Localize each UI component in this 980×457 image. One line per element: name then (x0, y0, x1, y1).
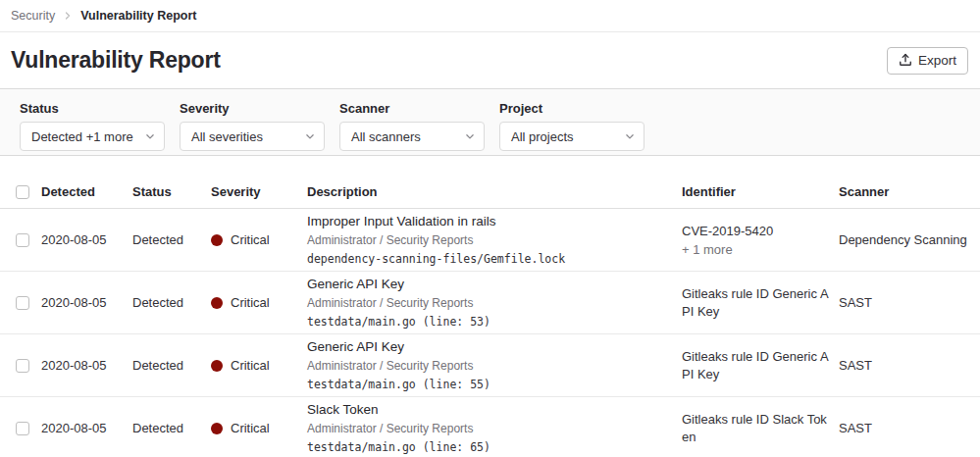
column-header-severity: Severity (211, 184, 307, 199)
identifier-primary: Gitleaks rule ID Slack Token (682, 411, 829, 445)
identifier-primary: Gitleaks rule ID Generic API Key (682, 285, 829, 320)
page-title: Vulnerability Report (11, 47, 221, 74)
vulnerability-title-link[interactable]: Generic API Key (307, 277, 672, 293)
vulnerability-table: Detected Status Severity Description Ide… (0, 156, 980, 457)
table-row: 2020-08-05 Detected Critical Generic API… (0, 334, 980, 397)
column-header-description: Description (307, 184, 682, 199)
vulnerability-location: testdata/main.go (line: 53) (307, 315, 672, 329)
scanner-label: SAST (839, 295, 980, 310)
breadcrumb-security[interactable]: Security (11, 9, 55, 23)
column-header-detected: Detected (41, 184, 132, 199)
filter-label-status: Status (20, 101, 165, 116)
identifier-more-link[interactable]: + 1 more (682, 242, 829, 257)
chevron-right-icon (64, 12, 72, 20)
status-label: Detected (132, 421, 211, 435)
table-row: 2020-08-05 Detected Critical Slack Token… (0, 397, 980, 457)
chevron-down-icon (305, 131, 315, 141)
row-checkbox[interactable] (16, 359, 29, 373)
vulnerability-project: Administrator / Security Reports (307, 422, 672, 436)
severity-critical-icon (211, 297, 223, 309)
column-header-identifier: Identifier (682, 184, 839, 199)
breadcrumb-current: Vulnerability Report (80, 9, 196, 23)
filter-label-scanner: Scanner (339, 101, 485, 116)
scanner-label: SAST (839, 358, 980, 373)
scanner-label: Dependency Scanning (839, 232, 980, 247)
project-filter-dropdown[interactable]: All projects (499, 122, 645, 151)
vulnerability-title-link[interactable]: Slack Token (307, 402, 672, 419)
page-header: Vulnerability Report Export (0, 32, 980, 88)
severity-filter-value: All severities (191, 129, 263, 144)
filter-label-project: Project (499, 101, 645, 116)
vulnerability-location: dependency-scanning-files/Gemfile.lock (307, 252, 672, 266)
detected-date: 2020-08-05 (41, 358, 132, 373)
status-label: Detected (132, 358, 211, 373)
filter-bar: Status Detected +1 more Severity All sev… (0, 88, 980, 156)
breadcrumb: Security Vulnerability Report (0, 0, 980, 32)
detected-date: 2020-08-05 (41, 295, 132, 310)
vulnerability-title-link[interactable]: Improper Input Validation in rails (307, 214, 672, 230)
vulnerability-title-link[interactable]: Generic API Key (307, 339, 672, 356)
severity-label: Critical (231, 295, 270, 310)
status-filter-value: Detected +1 more (31, 129, 133, 144)
column-header-status: Status (132, 184, 211, 199)
table-row: 2020-08-05 Detected Critical Improper In… (0, 209, 980, 272)
chevron-down-icon (145, 131, 155, 141)
identifier-primary: Gitleaks rule ID Generic API Key (682, 348, 829, 382)
export-button[interactable]: Export (887, 47, 968, 75)
filter-group-status: Status Detected +1 more (20, 101, 165, 155)
filter-group-project: Project All projects (499, 101, 645, 155)
row-checkbox[interactable] (16, 422, 29, 435)
chevron-down-icon (465, 131, 475, 141)
table-row: 2020-08-05 Detected Critical Generic API… (0, 272, 980, 334)
row-checkbox[interactable] (16, 296, 29, 310)
scanner-filter-dropdown[interactable]: All scanners (339, 122, 485, 151)
filter-group-scanner: Scanner All scanners (339, 101, 485, 155)
severity-critical-icon (211, 234, 223, 246)
severity-critical-icon (211, 423, 223, 434)
status-label: Detected (132, 295, 211, 310)
status-filter-dropdown[interactable]: Detected +1 more (20, 122, 165, 151)
severity-label: Critical (231, 358, 270, 373)
severity-filter-dropdown[interactable]: All severities (180, 122, 325, 151)
scanner-filter-value: All scanners (351, 129, 421, 144)
scanner-label: SAST (839, 421, 980, 435)
filter-group-severity: Severity All severities (180, 101, 325, 155)
severity-critical-icon (211, 360, 223, 372)
vulnerability-project: Administrator / Security Reports (307, 233, 672, 248)
detected-date: 2020-08-05 (41, 421, 132, 435)
row-checkbox[interactable] (16, 233, 29, 247)
upload-icon (899, 53, 912, 67)
filter-label-severity: Severity (180, 101, 325, 116)
detected-date: 2020-08-05 (41, 232, 132, 247)
severity-label: Critical (231, 232, 270, 247)
status-label: Detected (132, 232, 211, 247)
export-button-label: Export (918, 53, 956, 68)
vulnerability-location: testdata/main.go (line: 65) (307, 440, 672, 454)
vulnerability-location: testdata/main.go (line: 55) (307, 378, 672, 391)
table-header-row: Detected Status Severity Description Ide… (0, 156, 980, 209)
vulnerability-project: Administrator / Security Reports (307, 359, 672, 374)
select-all-checkbox[interactable] (16, 185, 29, 199)
project-filter-value: All projects (511, 129, 574, 144)
column-header-scanner: Scanner (839, 184, 980, 199)
vulnerability-project: Administrator / Security Reports (307, 296, 672, 311)
chevron-down-icon (625, 131, 635, 141)
identifier-primary: CVE-2019-5420 (682, 223, 829, 240)
severity-label: Critical (231, 421, 270, 435)
